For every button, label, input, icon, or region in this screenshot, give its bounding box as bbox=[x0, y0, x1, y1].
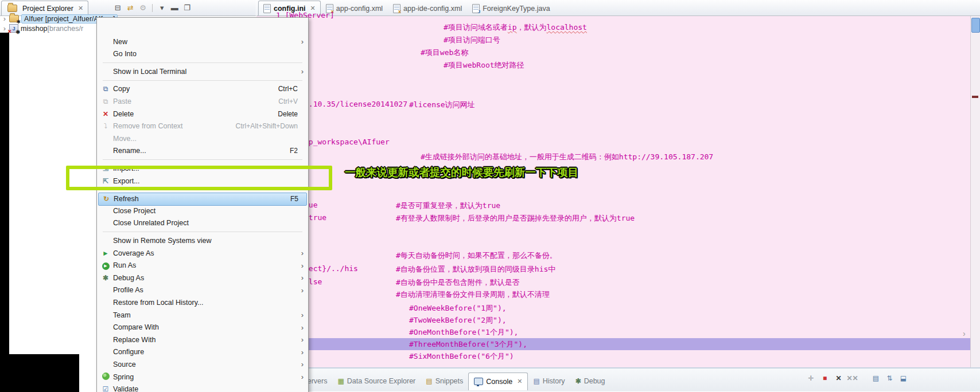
close-icon[interactable]: ✕ bbox=[78, 5, 83, 12]
menu-item-new[interactable]: New› bbox=[98, 36, 306, 48]
web-project-icon: J✕✱ bbox=[9, 24, 18, 33]
code-line: #自动清理清理备份文件目录周期，默认不清理 bbox=[396, 289, 550, 300]
submenu-arrow-icon: › bbox=[301, 37, 304, 46]
tab-snippets[interactable]: ▤Snippets bbox=[421, 373, 468, 390]
menu-item-close-unrelated-project[interactable]: Close Unrelated Project bbox=[98, 217, 306, 229]
collapse-all-icon[interactable]: ⊟ bbox=[112, 3, 123, 13]
clear-console-icon[interactable]: ▤ bbox=[871, 373, 881, 383]
menu-item-replace-with[interactable]: Replace With› bbox=[98, 334, 306, 346]
code-line: #自动备份中是否包含附件，默认是否 bbox=[396, 277, 520, 288]
tab-console[interactable]: Console✕ bbox=[468, 373, 528, 390]
editor-scrollbar[interactable] bbox=[970, 16, 980, 367]
menu-item-label: Compare With bbox=[113, 323, 306, 331]
pin-console-icon[interactable]: ✛ bbox=[806, 373, 816, 383]
menu-item-validate[interactable]: ☑Validate bbox=[98, 383, 306, 392]
menu-item-show-in-remote-systems-view[interactable]: Show in Remote Systems view bbox=[98, 234, 306, 246]
menu-item-label: Team bbox=[113, 311, 306, 319]
menu-item-run-as[interactable]: ▶Run As› bbox=[98, 260, 306, 272]
menu-item-label: Delete bbox=[113, 110, 278, 118]
menu-item-label: Coverage As bbox=[113, 249, 306, 257]
focus-icon: ⚙ bbox=[139, 3, 146, 12]
tab-app-ide-config-xml[interactable]: Xapp-ide-config.xml bbox=[388, 1, 467, 15]
code-line: 8.10.35/license20141027 bbox=[304, 100, 407, 108]
scroll-lock-icon[interactable]: ⇅ bbox=[885, 373, 895, 383]
tab-foreignkeytype-java[interactable]: JForeignKeyType.java bbox=[467, 1, 555, 15]
menu-item-move[interactable]: Move... bbox=[98, 132, 306, 144]
database-icon: ▦ bbox=[337, 377, 344, 385]
submenu-arrow-icon: › bbox=[301, 311, 304, 319]
selected-code-line-highlight bbox=[256, 338, 970, 350]
text-file-icon bbox=[263, 4, 271, 13]
expander-icon[interactable]: › bbox=[1, 14, 8, 23]
tab-label: ForeignKeyType.java bbox=[483, 5, 550, 13]
project-explorer-tab-label: Project Explorer bbox=[22, 5, 73, 13]
menu-item-label: Spring bbox=[113, 373, 306, 381]
tab-history[interactable]: ▤History bbox=[528, 373, 570, 390]
tab-debug[interactable]: ✱Debug bbox=[570, 373, 610, 390]
menu-item-paste[interactable]: ⧉PasteCtrl+V bbox=[98, 95, 306, 107]
code-line: #项目访问端口号 bbox=[444, 35, 500, 45]
menu-item-shortcut: Delete bbox=[278, 110, 298, 118]
validate-icon: ☑ bbox=[103, 385, 109, 392]
clear-console-icon: ▤ bbox=[871, 373, 881, 383]
menu-item-close-project[interactable]: Close Project bbox=[98, 205, 306, 217]
minimize-icon: ▬ bbox=[171, 3, 178, 12]
annotation-text: 一般来说更新或者提交的时候要先刷新一下下项目 bbox=[345, 165, 578, 179]
tab-label: Debug bbox=[584, 377, 605, 385]
menu-item-shortcut: Ctrl+Alt+Shift+Down bbox=[236, 122, 298, 130]
tab-label: Snippets bbox=[435, 377, 464, 385]
chevron-right-icon[interactable]: › bbox=[963, 329, 966, 338]
scrollbar-thumb[interactable] bbox=[971, 18, 980, 33]
menu-item-go-into[interactable]: Go Into bbox=[98, 48, 306, 60]
menu-item-label: Paste bbox=[113, 97, 278, 105]
menu-item-coverage-as[interactable]: ►Coverage As› bbox=[98, 247, 306, 259]
link-with-editor-icon[interactable]: ⇄ bbox=[125, 3, 135, 13]
bottom-panel: ▤Servers▦Data Source Explorer▤SnippetsCo… bbox=[256, 367, 980, 392]
tab-label: History bbox=[543, 377, 565, 385]
menu-item-delete[interactable]: ✕DeleteDelete bbox=[98, 108, 306, 120]
menu-item-label: Close Unrelated Project bbox=[113, 219, 306, 227]
close-icon[interactable]: ✕ bbox=[517, 378, 522, 385]
error-marker[interactable] bbox=[972, 96, 978, 98]
menu-item-label: Move... bbox=[113, 135, 306, 143]
menu-item-label: Configure bbox=[113, 348, 306, 356]
editor-tabbar: config.ini✕Xapp-config.xmlXapp-ide-confi… bbox=[256, 0, 980, 16]
menu-item-label: Source bbox=[113, 360, 306, 369]
remove-all-launches-icon: ✕✕ bbox=[847, 373, 857, 383]
menu-item-spring[interactable]: Spring› bbox=[98, 371, 306, 383]
project-folder-icon: ✱ bbox=[9, 15, 19, 22]
menu-item-copy[interactable]: ⧉CopyCtrl+C bbox=[98, 83, 306, 95]
menu-item-configure[interactable]: Configure› bbox=[98, 346, 306, 358]
context-menu: New›Go IntoShow in Local Terminal›⧉CopyC… bbox=[96, 17, 309, 392]
remove-all-launches-icon[interactable]: ✕✕ bbox=[847, 373, 857, 383]
open-console-icon[interactable]: ⬓ bbox=[899, 373, 908, 383]
tab-label: app-ide-config.xml bbox=[403, 5, 462, 13]
menu-item-show-in-local-terminal[interactable]: Show in Local Terminal› bbox=[98, 65, 306, 77]
code-line: #是否可重复登录，默认为true bbox=[396, 201, 500, 211]
focus-icon[interactable]: ⚙ bbox=[138, 3, 148, 13]
menu-item-restore-from-local-history[interactable]: Restore from Local History... bbox=[98, 296, 306, 308]
menu-item-profile-as[interactable]: Profile As› bbox=[98, 284, 306, 296]
menu-item-team[interactable]: Team› bbox=[98, 309, 306, 321]
tab-data-source-explorer[interactable]: ▦Data Source Explorer bbox=[332, 373, 421, 390]
menu-item-label: Copy bbox=[113, 85, 278, 93]
remove-launch-icon[interactable]: ✕ bbox=[834, 373, 843, 383]
minimize-icon[interactable]: ▬ bbox=[169, 3, 180, 13]
maximize-icon[interactable]: ❐ bbox=[182, 3, 192, 13]
refresh-icon: ↻ bbox=[103, 195, 109, 203]
menu-item-remove-from-context[interactable]: ⤵Remove from ContextCtrl+Alt+Shift+Down bbox=[98, 120, 306, 132]
menu-item-compare-with[interactable]: Compare With› bbox=[98, 322, 306, 334]
menu-item-rename[interactable]: Rename...F2 bbox=[98, 145, 306, 157]
code-editor[interactable] bbox=[256, 16, 970, 367]
view-menu-icon[interactable]: ▾ bbox=[157, 3, 167, 13]
menu-item-refresh[interactable]: ↻RefreshF5 bbox=[98, 193, 307, 206]
tree-item-misshop[interactable]: › J✕✱ misshop [branches/r bbox=[1, 23, 83, 33]
coverage-icon: ► bbox=[102, 249, 109, 257]
highlight-box bbox=[66, 166, 332, 190]
terminate-icon[interactable]: ■ bbox=[820, 373, 830, 383]
menu-item-source[interactable]: Source› bbox=[98, 358, 306, 370]
delete-icon: ✕ bbox=[103, 110, 108, 118]
menu-separator bbox=[103, 80, 302, 81]
menu-item-debug-as[interactable]: ✱Debug As› bbox=[98, 272, 306, 284]
snippets-icon: ▤ bbox=[426, 377, 432, 385]
